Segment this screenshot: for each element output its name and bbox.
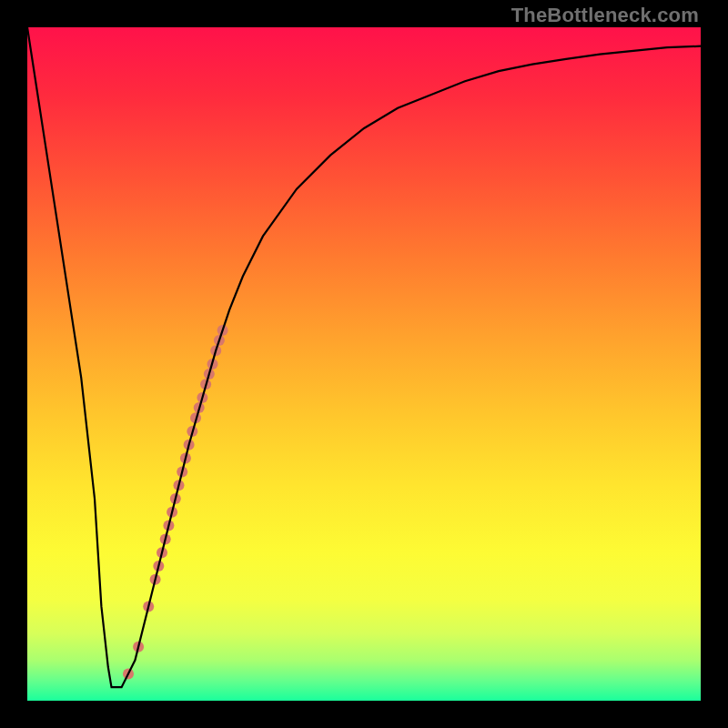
plot-area [27, 27, 701, 701]
watermark: TheBottleneck.com [511, 4, 699, 27]
curve-path [27, 27, 701, 687]
chart-frame: TheBottleneck.com [0, 0, 728, 728]
chart-svg [27, 27, 701, 701]
